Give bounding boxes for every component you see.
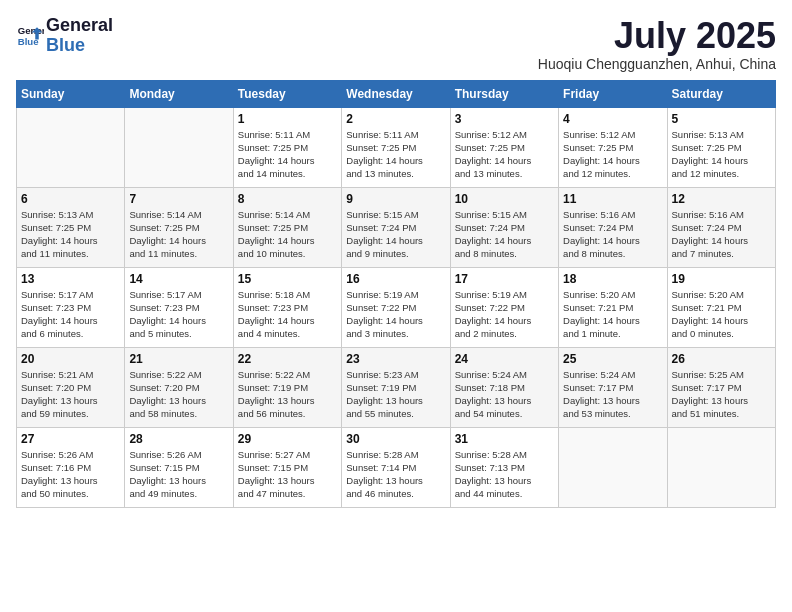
day-number: 5 — [672, 112, 771, 126]
day-number: 24 — [455, 352, 554, 366]
day-number: 19 — [672, 272, 771, 286]
calendar-cell: 29Sunrise: 5:27 AM Sunset: 7:15 PM Dayli… — [233, 427, 341, 507]
day-number: 12 — [672, 192, 771, 206]
day-info: Sunrise: 5:15 AM Sunset: 7:24 PM Dayligh… — [455, 208, 554, 261]
month-title: July 2025 — [538, 16, 776, 56]
day-number: 28 — [129, 432, 228, 446]
calendar-cell — [17, 107, 125, 187]
calendar-cell: 6Sunrise: 5:13 AM Sunset: 7:25 PM Daylig… — [17, 187, 125, 267]
day-number: 7 — [129, 192, 228, 206]
calendar-week-5: 27Sunrise: 5:26 AM Sunset: 7:16 PM Dayli… — [17, 427, 776, 507]
calendar-cell: 23Sunrise: 5:23 AM Sunset: 7:19 PM Dayli… — [342, 347, 450, 427]
calendar-cell: 17Sunrise: 5:19 AM Sunset: 7:22 PM Dayli… — [450, 267, 558, 347]
day-number: 13 — [21, 272, 120, 286]
day-number: 4 — [563, 112, 662, 126]
title-block: July 2025 Huoqiu Chengguanzhen, Anhui, C… — [538, 16, 776, 72]
calendar-cell — [559, 427, 667, 507]
calendar-cell: 14Sunrise: 5:17 AM Sunset: 7:23 PM Dayli… — [125, 267, 233, 347]
calendar-week-3: 13Sunrise: 5:17 AM Sunset: 7:23 PM Dayli… — [17, 267, 776, 347]
day-info: Sunrise: 5:12 AM Sunset: 7:25 PM Dayligh… — [455, 128, 554, 181]
day-info: Sunrise: 5:19 AM Sunset: 7:22 PM Dayligh… — [346, 288, 445, 341]
day-number: 14 — [129, 272, 228, 286]
calendar-cell: 15Sunrise: 5:18 AM Sunset: 7:23 PM Dayli… — [233, 267, 341, 347]
day-info: Sunrise: 5:28 AM Sunset: 7:13 PM Dayligh… — [455, 448, 554, 501]
calendar-cell: 31Sunrise: 5:28 AM Sunset: 7:13 PM Dayli… — [450, 427, 558, 507]
calendar-cell: 9Sunrise: 5:15 AM Sunset: 7:24 PM Daylig… — [342, 187, 450, 267]
day-info: Sunrise: 5:22 AM Sunset: 7:20 PM Dayligh… — [129, 368, 228, 421]
day-number: 8 — [238, 192, 337, 206]
weekday-monday: Monday — [125, 80, 233, 107]
calendar-cell: 26Sunrise: 5:25 AM Sunset: 7:17 PM Dayli… — [667, 347, 775, 427]
calendar-body: 1Sunrise: 5:11 AM Sunset: 7:25 PM Daylig… — [17, 107, 776, 507]
weekday-header-row: SundayMondayTuesdayWednesdayThursdayFrid… — [17, 80, 776, 107]
day-info: Sunrise: 5:16 AM Sunset: 7:24 PM Dayligh… — [563, 208, 662, 261]
day-info: Sunrise: 5:14 AM Sunset: 7:25 PM Dayligh… — [129, 208, 228, 261]
weekday-saturday: Saturday — [667, 80, 775, 107]
day-number: 31 — [455, 432, 554, 446]
day-number: 20 — [21, 352, 120, 366]
day-info: Sunrise: 5:11 AM Sunset: 7:25 PM Dayligh… — [238, 128, 337, 181]
weekday-tuesday: Tuesday — [233, 80, 341, 107]
day-number: 18 — [563, 272, 662, 286]
calendar-cell: 25Sunrise: 5:24 AM Sunset: 7:17 PM Dayli… — [559, 347, 667, 427]
calendar-cell: 1Sunrise: 5:11 AM Sunset: 7:25 PM Daylig… — [233, 107, 341, 187]
day-info: Sunrise: 5:28 AM Sunset: 7:14 PM Dayligh… — [346, 448, 445, 501]
calendar-cell: 2Sunrise: 5:11 AM Sunset: 7:25 PM Daylig… — [342, 107, 450, 187]
day-info: Sunrise: 5:26 AM Sunset: 7:15 PM Dayligh… — [129, 448, 228, 501]
calendar-cell: 10Sunrise: 5:15 AM Sunset: 7:24 PM Dayli… — [450, 187, 558, 267]
logo-text: General Blue — [46, 16, 113, 56]
calendar-cell: 13Sunrise: 5:17 AM Sunset: 7:23 PM Dayli… — [17, 267, 125, 347]
weekday-thursday: Thursday — [450, 80, 558, 107]
calendar-cell: 18Sunrise: 5:20 AM Sunset: 7:21 PM Dayli… — [559, 267, 667, 347]
day-number: 27 — [21, 432, 120, 446]
day-info: Sunrise: 5:14 AM Sunset: 7:25 PM Dayligh… — [238, 208, 337, 261]
day-info: Sunrise: 5:17 AM Sunset: 7:23 PM Dayligh… — [129, 288, 228, 341]
day-info: Sunrise: 5:19 AM Sunset: 7:22 PM Dayligh… — [455, 288, 554, 341]
calendar-cell: 20Sunrise: 5:21 AM Sunset: 7:20 PM Dayli… — [17, 347, 125, 427]
calendar-cell: 12Sunrise: 5:16 AM Sunset: 7:24 PM Dayli… — [667, 187, 775, 267]
calendar-cell: 28Sunrise: 5:26 AM Sunset: 7:15 PM Dayli… — [125, 427, 233, 507]
day-number: 22 — [238, 352, 337, 366]
day-info: Sunrise: 5:27 AM Sunset: 7:15 PM Dayligh… — [238, 448, 337, 501]
calendar-week-2: 6Sunrise: 5:13 AM Sunset: 7:25 PM Daylig… — [17, 187, 776, 267]
day-info: Sunrise: 5:15 AM Sunset: 7:24 PM Dayligh… — [346, 208, 445, 261]
calendar-cell: 5Sunrise: 5:13 AM Sunset: 7:25 PM Daylig… — [667, 107, 775, 187]
logo-icon: General Blue — [16, 22, 44, 50]
day-info: Sunrise: 5:20 AM Sunset: 7:21 PM Dayligh… — [672, 288, 771, 341]
day-info: Sunrise: 5:21 AM Sunset: 7:20 PM Dayligh… — [21, 368, 120, 421]
day-number: 16 — [346, 272, 445, 286]
calendar-week-1: 1Sunrise: 5:11 AM Sunset: 7:25 PM Daylig… — [17, 107, 776, 187]
day-number: 10 — [455, 192, 554, 206]
calendar-cell — [125, 107, 233, 187]
calendar-cell: 22Sunrise: 5:22 AM Sunset: 7:19 PM Dayli… — [233, 347, 341, 427]
day-number: 23 — [346, 352, 445, 366]
day-info: Sunrise: 5:11 AM Sunset: 7:25 PM Dayligh… — [346, 128, 445, 181]
day-info: Sunrise: 5:26 AM Sunset: 7:16 PM Dayligh… — [21, 448, 120, 501]
day-number: 11 — [563, 192, 662, 206]
weekday-wednesday: Wednesday — [342, 80, 450, 107]
calendar-cell: 19Sunrise: 5:20 AM Sunset: 7:21 PM Dayli… — [667, 267, 775, 347]
day-info: Sunrise: 5:12 AM Sunset: 7:25 PM Dayligh… — [563, 128, 662, 181]
weekday-sunday: Sunday — [17, 80, 125, 107]
day-number: 21 — [129, 352, 228, 366]
calendar-cell: 11Sunrise: 5:16 AM Sunset: 7:24 PM Dayli… — [559, 187, 667, 267]
day-info: Sunrise: 5:18 AM Sunset: 7:23 PM Dayligh… — [238, 288, 337, 341]
calendar-cell: 7Sunrise: 5:14 AM Sunset: 7:25 PM Daylig… — [125, 187, 233, 267]
calendar-cell: 8Sunrise: 5:14 AM Sunset: 7:25 PM Daylig… — [233, 187, 341, 267]
calendar-cell: 30Sunrise: 5:28 AM Sunset: 7:14 PM Dayli… — [342, 427, 450, 507]
day-info: Sunrise: 5:24 AM Sunset: 7:17 PM Dayligh… — [563, 368, 662, 421]
location: Huoqiu Chengguanzhen, Anhui, China — [538, 56, 776, 72]
weekday-friday: Friday — [559, 80, 667, 107]
day-number: 26 — [672, 352, 771, 366]
day-info: Sunrise: 5:22 AM Sunset: 7:19 PM Dayligh… — [238, 368, 337, 421]
calendar-cell: 21Sunrise: 5:22 AM Sunset: 7:20 PM Dayli… — [125, 347, 233, 427]
day-info: Sunrise: 5:24 AM Sunset: 7:18 PM Dayligh… — [455, 368, 554, 421]
day-info: Sunrise: 5:17 AM Sunset: 7:23 PM Dayligh… — [21, 288, 120, 341]
day-number: 1 — [238, 112, 337, 126]
calendar-table: SundayMondayTuesdayWednesdayThursdayFrid… — [16, 80, 776, 508]
logo: General Blue General Blue — [16, 16, 113, 56]
day-info: Sunrise: 5:13 AM Sunset: 7:25 PM Dayligh… — [672, 128, 771, 181]
day-info: Sunrise: 5:23 AM Sunset: 7:19 PM Dayligh… — [346, 368, 445, 421]
day-number: 3 — [455, 112, 554, 126]
calendar-cell: 4Sunrise: 5:12 AM Sunset: 7:25 PM Daylig… — [559, 107, 667, 187]
